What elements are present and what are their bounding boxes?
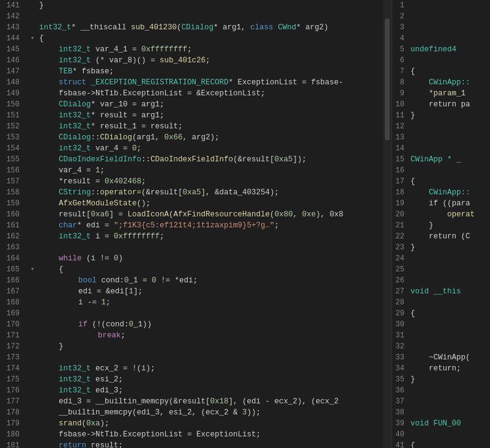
token: ] = xyxy=(110,210,128,219)
fold-icon[interactable]: ▾ xyxy=(31,33,39,44)
token: CWinApp:: xyxy=(410,78,470,87)
token: edi = &edi[ xyxy=(78,287,129,296)
right-line-number: 20 xyxy=(392,209,404,220)
token: ; xyxy=(121,331,126,340)
code-line: int32_t edi_3; xyxy=(31,385,392,396)
code-line: AfxGetModuleState(); xyxy=(31,198,392,209)
right-code-line xyxy=(410,330,490,341)
line-number: 142 xyxy=(0,11,20,22)
right-line-number: 31 xyxy=(392,330,404,341)
token: 0xffffffff xyxy=(114,232,160,241)
line-number: 160 xyxy=(0,209,20,220)
right-code-line xyxy=(410,165,490,176)
token: __builtin_memcpy(edi_3, esi_2, (ecx_2 & xyxy=(59,408,242,417)
right-code-line xyxy=(410,385,490,396)
right-code-line: *param_1 xyxy=(410,88,490,99)
token: CDialog xyxy=(100,133,133,142)
right-line-number: 6 xyxy=(392,55,404,66)
token: _EXCEPTION_REGISTRATION_RECORD xyxy=(91,78,229,87)
right-line-number: 5 xyxy=(392,44,404,55)
scrollbar-thumb[interactable] xyxy=(385,18,390,141)
scrollbar[interactable] xyxy=(383,0,392,448)
right-line-number: 22 xyxy=(392,231,404,242)
token: srand( xyxy=(59,419,86,428)
token: 0xe xyxy=(302,210,316,219)
code-text: CDaoIndexFieldInfo::CDaoIndexFieldInfo(&… xyxy=(39,154,392,165)
code-text: result[0xa6] = LoadIconA(AfxFindResource… xyxy=(39,209,392,220)
token: :: xyxy=(91,188,100,197)
line-number: 171 xyxy=(0,330,20,341)
token: 0xa6 xyxy=(91,210,110,219)
code-text: char* edi = ";f1K3{c5:ef121t4;1t1zaxpim9… xyxy=(39,220,392,231)
right-line-number: 30 xyxy=(392,319,404,330)
code-text: int32_t* result = arg1; xyxy=(39,110,392,121)
token: )); xyxy=(247,408,261,417)
right-line-number: 35 xyxy=(392,374,404,385)
token: } xyxy=(410,221,434,230)
code-text: CString::operator=(&result[0xa5], &data_… xyxy=(39,187,392,198)
line-number: 178 xyxy=(0,407,20,418)
code-line: CDialog* var_10 = arg1; xyxy=(31,99,392,110)
line-number: 170 xyxy=(0,319,20,330)
token: _1)) xyxy=(133,320,152,329)
token: ecx_2 = !(i); xyxy=(91,364,155,373)
token: (&result[ xyxy=(141,188,183,197)
code-line: char* edi = ";f1K3{c5:ef121t4;1t1zaxpim9… xyxy=(31,220,392,231)
right-line-number: 34 xyxy=(392,363,404,374)
token: (!(cond: xyxy=(87,320,129,329)
line-number: 154 xyxy=(0,143,20,154)
line-numbers: 1411421431441451461471481491501511521531… xyxy=(0,0,26,448)
token: fsbase->NtTib.ExceptionList = ExceptionL… xyxy=(59,430,261,439)
code-text: int32_t edi_3; xyxy=(39,385,392,396)
code-text: int32_t var_4_1 = 0xffffffff; xyxy=(39,44,392,55)
code-line: int32_t* __thiscall sub_401230(CDialog* … xyxy=(31,22,392,33)
token: int32_t xyxy=(59,364,91,373)
right-code-line: { xyxy=(410,176,490,187)
right-line-number: 13 xyxy=(392,132,404,143)
token: if xyxy=(78,320,87,329)
token: 1 xyxy=(102,298,106,307)
code-line: int32_t var_4_1 = 0xffffffff; xyxy=(31,44,392,55)
right-code-line: void FUN_00 xyxy=(410,418,490,429)
line-number: 155 xyxy=(0,154,20,165)
right-line-number: 1 xyxy=(392,0,404,11)
code-content[interactable]: }int32_t* __thiscall sub_401230(CDialog*… xyxy=(26,0,392,448)
code-text: TEB* fsbase; xyxy=(39,66,392,77)
right-code-line: return; xyxy=(410,363,490,374)
line-number: 172 xyxy=(0,341,20,352)
token: void FUN_00 xyxy=(410,419,461,428)
code-line: int32_t (* var_8)() = sub_401c26; xyxy=(31,55,392,66)
line-number: 164 xyxy=(0,253,20,264)
token: } xyxy=(39,1,44,10)
code-text: srand(0xa); xyxy=(39,418,392,429)
token: (* var_8)() = xyxy=(91,56,160,65)
token: cond: xyxy=(97,276,124,285)
code-line: i -= 1; xyxy=(31,297,392,308)
line-number: 158 xyxy=(0,187,20,198)
token: TEB xyxy=(59,67,73,76)
right-code-line xyxy=(410,0,490,11)
right-code-content[interactable]: undefined4{ CWinApp:: *param_1 return pa… xyxy=(408,0,490,448)
token: * result = arg1; xyxy=(91,111,165,120)
fold-icon[interactable]: ▾ xyxy=(31,264,39,275)
token: var_4_1 = xyxy=(91,45,142,54)
token: 0xa5 xyxy=(275,155,293,164)
token: var_4 = xyxy=(59,166,95,175)
right-line-number: 36 xyxy=(392,385,404,396)
line-number: 148 xyxy=(0,77,20,88)
right-line-numbers: 1234567891011121314151617181920212223242… xyxy=(392,0,408,448)
token: LoadIconA xyxy=(128,210,169,219)
token: esi_2; xyxy=(91,375,124,384)
code-line: edi = &edi[1]; xyxy=(31,286,392,297)
token: int32_t xyxy=(59,232,91,241)
code-text: int32_t* result_1 = result; xyxy=(39,121,392,132)
token: edi_3; xyxy=(91,386,124,395)
token: return xyxy=(59,441,86,448)
token: :: xyxy=(91,133,100,142)
token: result; xyxy=(86,441,123,448)
token: * ExceptionList = fsbase- xyxy=(229,78,344,87)
right-line-number: 37 xyxy=(392,396,404,407)
token: 3 xyxy=(242,408,247,417)
token: 0xa5 xyxy=(183,188,201,197)
code-text: int32_t (* var_8)() = sub_401c26; xyxy=(39,55,392,66)
